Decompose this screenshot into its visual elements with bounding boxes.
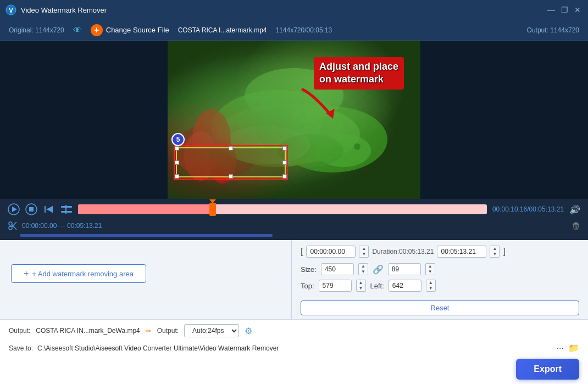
app-window: V Video Watermark Remover — ❐ ✕ Original…: [0, 0, 588, 384]
folder-icon[interactable]: 📁: [568, 343, 579, 353]
left-spinner[interactable]: ▲ ▼: [426, 280, 436, 292]
output-size-label: Output: 1144x720: [527, 26, 579, 34]
size-label: Size:: [301, 265, 317, 274]
footer-right: Export: [516, 359, 579, 380]
title-bar: V Video Watermark Remover — ❐ ✕: [0, 0, 588, 20]
start-time-spinner[interactable]: ▲ ▼: [359, 246, 369, 258]
size-height-spinner[interactable]: ▲ ▼: [425, 263, 435, 275]
handle-top-mid[interactable]: [229, 146, 233, 151]
footer-output-label: Output:: [9, 327, 30, 335]
end-time-input[interactable]: [437, 246, 486, 258]
svg-point-29: [9, 226, 12, 230]
svg-line-35: [576, 226, 577, 229]
left-up[interactable]: ▲: [426, 280, 435, 286]
footer-output-label2: Output:: [157, 327, 179, 335]
size-w-down[interactable]: ▼: [359, 269, 368, 275]
progress-thumb[interactable]: [209, 203, 216, 216]
handle-bottom-mid[interactable]: [229, 174, 233, 179]
svg-marker-19: [12, 207, 17, 212]
size-w-up[interactable]: ▲: [359, 264, 368, 269]
plus-circle-icon: +: [91, 24, 103, 36]
right-panel: [ ▲ ▼ Duration:00:05:13.21 ▲ ▼ ] Size:: [292, 240, 588, 319]
visibility-icon[interactable]: 👁: [73, 25, 82, 35]
minimize-button[interactable]: —: [546, 5, 556, 15]
size-width-input[interactable]: [321, 263, 354, 275]
edit-output-icon[interactable]: ✏: [146, 327, 152, 335]
start-time-input[interactable]: [306, 246, 356, 258]
handle-mid-right[interactable]: [282, 160, 287, 165]
change-source-button[interactable]: + Change Source File: [91, 24, 169, 36]
size-h-down[interactable]: ▼: [426, 269, 435, 275]
top-up[interactable]: ▲: [357, 280, 365, 286]
annotation-bubble: Adjust and place on watermark: [314, 57, 404, 90]
left-label: Left:: [370, 282, 384, 290]
output-format-select[interactable]: Auto;24fps: [184, 324, 239, 337]
original-size-label: Original: 1144x720: [9, 26, 64, 34]
clip-icon: [60, 203, 73, 215]
handle-top-left[interactable]: [175, 146, 179, 151]
svg-line-34: [575, 226, 576, 229]
svg-rect-21: [29, 207, 34, 212]
top-input[interactable]: [319, 280, 352, 292]
video-frame: 5 Adjust and place: [168, 41, 420, 199]
add-watermark-area-button[interactable]: + + Add watermark removing area: [11, 264, 146, 283]
start-time-down[interactable]: ▼: [359, 252, 368, 257]
svg-text:V: V: [9, 7, 13, 14]
handle-mid-left[interactable]: [175, 160, 179, 165]
bracket-start: [: [301, 247, 303, 257]
scissors-icon: [8, 221, 18, 231]
progress-fill: [78, 204, 213, 214]
delete-clip-button[interactable]: [572, 221, 580, 230]
clip-progress-bar: [20, 234, 273, 237]
svg-rect-32: [574, 222, 578, 224]
svg-point-12: [354, 143, 360, 150]
start-time-up[interactable]: ▲: [359, 246, 368, 252]
play-icon: [8, 203, 20, 215]
browse-dots-button[interactable]: ···: [557, 343, 564, 353]
window-controls: — ❐ ✕: [546, 5, 583, 15]
svg-point-28: [9, 222, 12, 225]
playback-controls: 00:00:10.16/00:05:13.21 🔊: [8, 203, 580, 215]
clip-row: 00:00:00.00 — 00:05:13.21: [8, 219, 580, 233]
end-time-up[interactable]: ▲: [490, 246, 499, 252]
handle-bottom-left[interactable]: [175, 174, 179, 179]
source-file-info: 1144x720/00:05:13: [275, 26, 332, 34]
reset-button[interactable]: Reset: [301, 300, 579, 315]
timeline-area: 00:00:10.16/00:05:13.21 🔊 00:00:00.00 — …: [0, 199, 588, 240]
volume-icon[interactable]: 🔊: [569, 204, 580, 215]
stop-button[interactable]: [25, 203, 37, 215]
app-logo-icon: V: [5, 4, 16, 15]
link-icon[interactable]: 🔗: [373, 264, 384, 275]
footer: Output: COSTA RICA IN...mark_DeWa.mp4 ✏ …: [0, 319, 588, 384]
progress-bar[interactable]: [78, 204, 487, 214]
watermark-number-badge: 5: [171, 133, 185, 146]
svg-line-31: [12, 222, 17, 227]
size-row: Size: ▲ ▼ 🔗 ▲ ▼: [301, 263, 579, 275]
watermark-selection-container[interactable]: 5: [174, 145, 288, 180]
bracket-end: ]: [503, 247, 505, 257]
export-button[interactable]: Export: [516, 359, 579, 380]
left-down[interactable]: ▼: [426, 286, 435, 291]
settings-gear-icon[interactable]: ⚙: [245, 326, 252, 336]
next-frame-button[interactable]: [43, 203, 55, 215]
end-time-down[interactable]: ▼: [490, 252, 499, 257]
watermark-inner-box: 5: [176, 147, 286, 177]
restore-button[interactable]: ❐: [559, 5, 569, 15]
play-button[interactable]: [8, 203, 20, 215]
handle-bottom-right[interactable]: [282, 174, 287, 179]
clip-button[interactable]: [60, 203, 73, 215]
left-input[interactable]: [389, 280, 421, 292]
time-display: 00:00:10.16/00:05:13.21: [492, 205, 564, 213]
handle-top-right[interactable]: [282, 146, 287, 151]
close-button[interactable]: ✕: [573, 5, 583, 15]
title-bar-left: V Video Watermark Remover: [5, 4, 107, 15]
svg-rect-22: [45, 206, 46, 213]
size-width-spinner[interactable]: ▲ ▼: [358, 263, 368, 275]
size-height-input[interactable]: [388, 263, 421, 275]
annotation-text: Adjust and place on watermark: [314, 57, 404, 90]
svg-line-30: [12, 225, 17, 230]
size-h-up[interactable]: ▲: [426, 264, 435, 269]
top-spinner[interactable]: ▲ ▼: [356, 280, 366, 292]
end-time-spinner[interactable]: ▲ ▼: [490, 246, 500, 258]
top-down[interactable]: ▼: [357, 286, 365, 291]
